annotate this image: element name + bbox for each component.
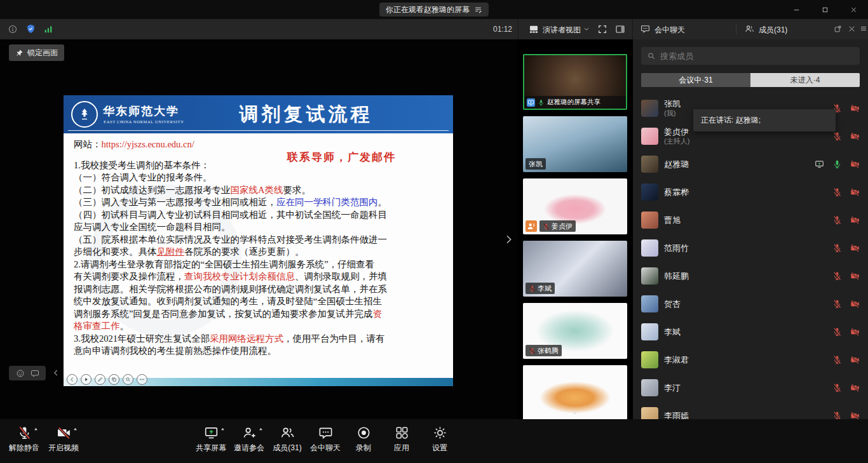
message-icon[interactable] [31,369,39,378]
network-signal-icon[interactable] [43,24,53,34]
member-row-李斌[interactable]: 李斌 [633,318,868,346]
settings-button[interactable]: 设置 [422,424,458,453]
toolbar-label: 开启视频 [48,443,79,453]
record-button[interactable]: 录制 [346,424,381,453]
collapse-video-strip-icon[interactable] [503,231,514,248]
layout-toggle-icon[interactable] [615,24,625,34]
university-name: 华东师范大学 [103,104,179,119]
start-video-options-caret[interactable] [72,426,78,432]
video-tile-张鹤腾[interactable]: 张鹤腾 [523,303,627,359]
cam-off-icon[interactable] [850,159,860,169]
maximize-button[interactable] [811,0,839,19]
university-logo [71,101,98,128]
start-video-button[interactable]: 开启视频 [46,424,81,453]
mic-off-icon[interactable] [832,271,842,281]
slide-text-line: 步细化和要求。具体见附件各院系的要求（逐步更新）。 [74,246,445,258]
invite-button[interactable]: 邀请参会 [231,424,267,453]
mic-off-icon [529,285,536,292]
cam-off-icon[interactable] [850,355,860,365]
member-row-李汀[interactable]: 李汀 [633,373,868,401]
mic-off-icon[interactable] [832,327,842,337]
panel-close-icon[interactable] [848,25,856,33]
meeting-toolbar: 01:12 演讲者视图 会中聊天 成员(31) [0,19,868,39]
share-screen-options-caret[interactable] [220,426,226,432]
chat-button[interactable]: 会中聊天 [308,424,343,453]
member-name: 李淑君 [664,355,827,365]
cam-off-icon[interactable] [850,271,860,281]
video-tile-李斌[interactable]: 李斌 [523,241,627,297]
unmute-options-caret[interactable] [33,426,39,432]
mic-on-icon[interactable] [832,159,842,169]
view-mode-icon [529,24,539,34]
slide-text-line: （三）调入专业与第一志愿报考专业相同或相近，应在同一学科门类范围内。 [74,196,445,209]
cam-off-icon[interactable] [850,215,860,225]
video-tile-张凯[interactable]: 张凯 [523,116,627,172]
collapse-quickbar-icon[interactable] [52,368,60,378]
member-row-贺杏[interactable]: 贺杏 [633,290,868,318]
mic-off-icon[interactable] [832,187,842,197]
video-tile-赵雅璐的屏幕共享[interactable]: 赵雅璐的屏幕共享 [523,54,627,110]
meeting-info-icon[interactable] [8,24,18,34]
mic-off-icon[interactable] [832,383,842,393]
mic-off-icon[interactable] [832,355,842,365]
mic-off-icon[interactable] [832,299,842,309]
member-row-赵雅璐[interactable]: 赵雅璐 [633,150,868,178]
cam-off-icon [57,426,71,440]
toolbar-label: 录制 [356,443,371,453]
cam-off-icon[interactable] [850,299,860,309]
tile-label-chip: 李斌 [526,283,555,294]
tile-label-chip: 张凯 [526,158,546,170]
mic-off-icon[interactable] [832,215,842,225]
cam-off-icon[interactable] [850,411,860,420]
minimize-button[interactable] [782,0,811,19]
members-button[interactable]: 成员(31) [269,424,305,453]
invite-options-caret[interactable] [258,426,264,432]
mic-off-icon[interactable] [832,243,842,253]
member-row-李雨嫣[interactable]: 李雨嫣 [633,401,868,419]
members-tab[interactable]: 未进入·4 [750,73,860,87]
reaction-quickbar[interactable] [9,366,46,380]
member-name: 曹旭 [664,215,827,225]
slide-text-line: 统中发放复试通知。收到调剂复试通知的考生，请及时登陆“全国硕士生招生 [74,295,445,308]
mic-off-icon[interactable] [832,131,842,141]
view-mode-selector[interactable]: 演讲者视图 [543,25,581,36]
emoji-icon[interactable] [16,369,25,378]
panel-menu-icon[interactable] [860,25,867,32]
cam-off-icon[interactable] [850,187,860,197]
mic-off-icon[interactable] [832,411,842,420]
screen-share-small-icon [527,98,535,107]
cam-off-icon[interactable] [850,243,860,253]
mic-off-icon [543,223,550,230]
member-search[interactable] [641,47,860,65]
member-row-李淑君[interactable]: 李淑君 [633,346,868,373]
members-panel-title[interactable]: 成员(31) [759,25,787,36]
scroll-down-icon[interactable] [571,410,580,417]
members-tab[interactable]: 会议中·31 [641,73,750,87]
nav-copy-icon [109,374,119,385]
chat-panel-title[interactable]: 会中聊天 [654,25,685,36]
apps-button[interactable]: 应用 [384,424,419,453]
cam-off-icon[interactable] [850,327,860,337]
panel-popout-icon[interactable] [834,25,842,33]
video-tile-姜贞伊[interactable]: 姜贞伊 [523,178,627,234]
security-shield-icon[interactable] [25,23,36,34]
unmute-button[interactable]: 解除静音 [6,424,42,453]
member-avatar [641,267,658,285]
close-button[interactable] [839,0,868,19]
lock-view-button[interactable]: 锁定画面 [9,44,64,61]
cam-off-icon[interactable] [850,383,860,393]
member-row-韩延鹏[interactable]: 韩延鹏 [633,262,868,290]
member-row-范雨竹[interactable]: 范雨竹 [633,234,868,262]
member-row-蔡霖桦[interactable]: 蔡霖桦 [633,178,868,206]
member-search-input[interactable] [660,51,854,61]
member-avatar [641,379,658,396]
slide-text-line: （二）初试成绩达到第一志愿报考专业国家线A类线要求。 [74,184,445,197]
member-row-曹旭[interactable]: 曹旭 [633,206,868,234]
slide-text-line: 2.请调剂考生登录教育部指定的“全国硕士生招生调剂服务系统”，仔细查看 [74,258,445,271]
cam-off-icon[interactable] [850,104,860,113]
cam-off-icon[interactable] [850,131,860,141]
fullscreen-icon[interactable] [597,24,607,34]
nav-zoom-icon [123,374,133,385]
slide-text-line: （四）初试科目与调入专业初试科目相同或相近，其中初试全国统一命题科目 [74,209,445,222]
share-screen-button[interactable]: 共享屏幕 [193,424,229,453]
